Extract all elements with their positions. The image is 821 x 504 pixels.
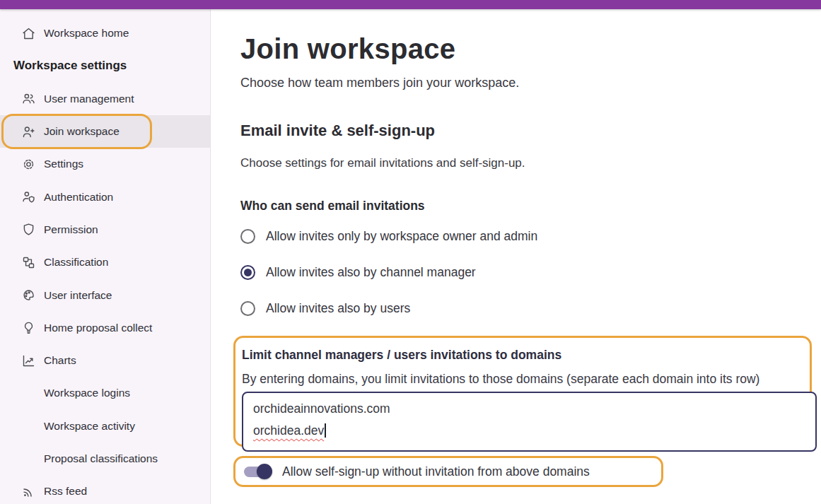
no-icon-spacer bbox=[21, 418, 36, 433]
sidebar-item-authentication[interactable]: Authentication bbox=[0, 180, 210, 213]
text-caret bbox=[325, 423, 326, 438]
radio-group: Allow invites only by workspace owner an… bbox=[240, 229, 821, 316]
home-icon bbox=[21, 26, 36, 41]
app-window: Workspace home Workspace settings User m… bbox=[0, 9, 821, 504]
domain-line: orchidea.dev bbox=[253, 420, 805, 442]
sidebar-item-label: Workspace activity bbox=[44, 420, 135, 433]
radio-option-allow-invites-also-by-users[interactable]: Allow invites also by users bbox=[240, 301, 410, 316]
radio-group-label: Who can send email invitations bbox=[240, 199, 821, 213]
self-signup-label: Allow self-sign-up without invitation fr… bbox=[282, 464, 590, 479]
sidebar-item-label: Charts bbox=[44, 354, 76, 367]
sidebar-nav: User managementJoin workspaceSettingsAut… bbox=[0, 83, 210, 504]
radio-option-label: Allow invites also by users bbox=[266, 301, 410, 316]
sidebar-item-charts[interactable]: Charts bbox=[0, 344, 210, 377]
radio-option-allow-invites-also-by-channel-manager[interactable]: Allow invites also by channel manager bbox=[240, 265, 476, 280]
domain-line: orchideainnovations.com bbox=[253, 398, 805, 420]
toggle-thumb bbox=[257, 464, 272, 479]
domains-section: Limit channel managers / users invitatio… bbox=[233, 336, 812, 447]
page-subtitle: Choose how team members join your worksp… bbox=[240, 76, 821, 90]
sidebar-item-label: Settings bbox=[44, 158, 83, 170]
no-icon-spacer bbox=[21, 452, 36, 467]
palette-icon bbox=[21, 288, 36, 303]
sidebar-item-label: Proposal classifications bbox=[44, 452, 158, 465]
self-signup-row: Allow self-sign-up without invitation fr… bbox=[233, 456, 663, 487]
person-add-icon bbox=[21, 124, 36, 139]
sidebar-item-label: Permission bbox=[44, 223, 98, 236]
radio-unselected-icon[interactable] bbox=[240, 301, 255, 316]
rss-icon bbox=[21, 484, 36, 499]
sidebar-item-classification[interactable]: Classification bbox=[0, 246, 210, 279]
radio-option-allow-invites-only-by-workspace-owner-and-admin[interactable]: Allow invites only by workspace owner an… bbox=[240, 229, 537, 244]
radio-unselected-icon[interactable] bbox=[240, 229, 255, 244]
sidebar: Workspace home Workspace settings User m… bbox=[0, 9, 211, 504]
sidebar-item-workspace-activity[interactable]: Workspace activity bbox=[0, 410, 210, 443]
self-signup-toggle[interactable] bbox=[244, 467, 270, 477]
sidebar-item-settings[interactable]: Settings bbox=[0, 148, 210, 180]
sidebar-item-label: User management bbox=[44, 93, 134, 105]
section-description: Choose settings for email invitations an… bbox=[240, 156, 821, 170]
domains-description: By entering domains, you limit invitatio… bbox=[242, 372, 810, 387]
sidebar-item-label: Workspace logins bbox=[44, 387, 130, 399]
hierarchy-icon bbox=[21, 255, 36, 270]
radio-selected-icon[interactable] bbox=[240, 265, 255, 280]
domains-textarea[interactable]: orchideainnovations.comorchidea.dev bbox=[242, 392, 817, 452]
sidebar-item-label: Workspace home bbox=[44, 27, 129, 40]
no-icon-spacer bbox=[21, 386, 36, 401]
shield-icon bbox=[21, 222, 36, 237]
section-heading: Email invite & self-sign-up bbox=[240, 122, 821, 140]
sidebar-item-label: Join workspace bbox=[44, 125, 120, 138]
gear-icon bbox=[21, 157, 36, 172]
sidebar-item-label: Classification bbox=[44, 256, 108, 269]
chart-icon bbox=[21, 353, 36, 368]
sidebar-item-label: Home proposal collect bbox=[44, 322, 152, 334]
sidebar-item-join-workspace[interactable]: Join workspace bbox=[0, 115, 210, 148]
radio-option-label: Allow invites only by workspace owner an… bbox=[266, 229, 537, 244]
person-shield-icon bbox=[21, 189, 36, 204]
page-title: Join workspace bbox=[240, 33, 821, 65]
sidebar-item-user-management[interactable]: User management bbox=[0, 83, 210, 115]
top-bar bbox=[0, 0, 821, 9]
sidebar-section-title: Workspace settings bbox=[0, 49, 210, 82]
users-icon bbox=[21, 91, 36, 106]
sidebar-item-label: Authentication bbox=[44, 191, 113, 204]
sidebar-item-label: Rss feed bbox=[44, 485, 87, 498]
sidebar-item-proposal-classifications[interactable]: Proposal classifications bbox=[0, 443, 210, 475]
domains-heading: Limit channel managers / users invitatio… bbox=[242, 345, 810, 363]
sidebar-item-label: User interface bbox=[44, 289, 112, 302]
sidebar-item-workspace-home[interactable]: Workspace home bbox=[0, 17, 210, 49]
sidebar-item-rss-feed[interactable]: Rss feed bbox=[0, 475, 210, 504]
sidebar-item-permission[interactable]: Permission bbox=[0, 213, 210, 246]
main-content: Join workspace Choose how team members j… bbox=[211, 9, 821, 504]
sidebar-item-workspace-logins[interactable]: Workspace logins bbox=[0, 377, 210, 409]
radio-option-label: Allow invites also by channel manager bbox=[266, 265, 476, 280]
lightbulb-icon bbox=[21, 320, 36, 335]
sidebar-item-home-proposal-collect[interactable]: Home proposal collect bbox=[0, 312, 210, 344]
sidebar-item-user-interface[interactable]: User interface bbox=[0, 279, 210, 311]
